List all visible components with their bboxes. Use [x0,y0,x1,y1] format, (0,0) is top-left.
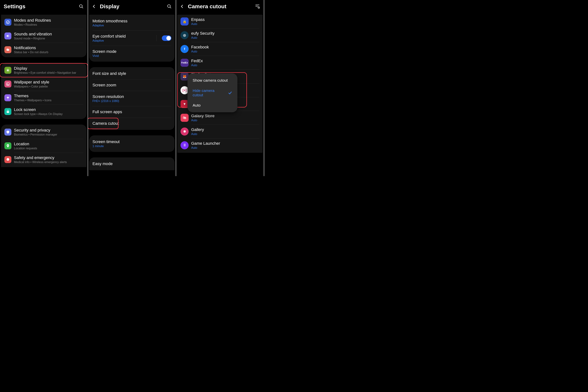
svg-line-12 [7,71,7,72]
back-icon[interactable] [92,4,96,9]
settings-item-sounds-and-vibration[interactable]: Sounds and vibrationSound mode • Rington… [1,29,86,43]
app-item-galaxy-store[interactable]: 🛍Galaxy StoreAuto [177,111,263,124]
display-item-camera-cutout[interactable]: Camera cutout [89,118,175,129]
app-status: Auto [191,146,260,150]
item-title: Easy mode [92,162,171,166]
display-item-screen-resolution[interactable]: Screen resolutionFHD+ (2316 x 1080) [89,91,175,106]
themes-icon [4,94,11,101]
app-item-gallery[interactable]: ✱GalleryAuto [177,125,263,138]
popup-option-hide-camera-cutout[interactable]: Hide camera cutout [188,86,238,100]
item-title: Screen timeout [92,140,171,144]
settings-item-display[interactable]: DisplayBrightness • Eye comfort shield •… [1,64,86,77]
sound-icon [4,32,11,40]
app-item-facebook[interactable]: fFacebookAuto [177,42,263,56]
display-item-screen-mode[interactable]: Screen modeVivid [89,46,175,61]
item-title: Screen resolution [92,94,171,99]
svg-rect-17 [7,111,9,113]
settings-item-wallpaper-and-style[interactable]: Wallpaper and styleWallpapers • Color pa… [1,77,86,91]
privacy-icon [4,128,11,136]
app-item-enpass[interactable]: 🔒EnpassAuto [177,15,263,28]
display-item-motion-smoothness[interactable]: Motion smoothnessAdaptive [89,16,175,30]
item-subtitle: Status bar • Do not disturb [14,51,83,54]
search-icon[interactable] [78,4,84,9]
display-item-full-screen-apps[interactable]: Full screen apps [89,106,175,118]
lock-icon [4,108,11,115]
svg-point-21 [168,4,170,7]
back-icon[interactable] [180,4,184,9]
svg-point-25 [258,7,260,8]
svg-point-15 [7,83,8,84]
item-subtitle: Screen lock type • Always On Display [14,112,83,116]
svg-rect-20 [8,160,8,160]
page-title: Settings [4,3,75,10]
app-name: Game Launcher [191,141,260,146]
item-subtitle: Modes • Routines [14,23,83,26]
item-title: Notifications [14,46,83,50]
settings-item-notifications[interactable]: NotificationsStatus bar • Do not disturb [1,43,86,56]
item-title: Camera cutout [92,121,171,126]
popup-option-show-camera-cutout[interactable]: Show camera cutout [188,75,238,86]
location-icon [4,142,11,149]
app-name: Gallery [191,127,260,132]
item-subtitle: Wallpapers • Color palette [14,85,83,88]
notify-icon [4,46,11,53]
page-title: Camera cutout [188,3,251,10]
settings-item-security-and-privacy[interactable]: Security and privacyBiometrics • Permiss… [1,125,86,139]
svg-line-26 [259,8,260,8]
app-item-game-launcher[interactable]: ⠿Game LauncherAuto [177,138,263,152]
settings-item-location[interactable]: LocationLocation requests [1,139,86,152]
settings-item-modes-and-routines[interactable]: Modes and RoutinesModes • Routines [1,16,86,29]
display-icon [4,67,11,74]
settings-header: Settings [0,0,88,15]
item-title: Location [14,142,83,146]
app-item-eufy-security[interactable]: ◎eufy SecurityAuto [177,28,263,42]
app-icon: FedEx [180,59,188,67]
app-icon: ⠿ [180,141,188,149]
item-title: Display [14,66,83,71]
item-value: FHD+ (2316 x 1080) [92,100,171,103]
display-panel: Display Motion smoothnessAdaptiveEye com… [88,0,176,176]
item-title: Lock screen [14,107,83,112]
popup-option-auto[interactable]: Auto [188,100,238,110]
filter-search-icon[interactable] [255,4,260,9]
display-item-font-size-and-style[interactable]: Font size and style [89,68,175,79]
popup-option-label: Auto [193,103,232,108]
item-title: Wallpaper and style [14,80,83,84]
svg-rect-16 [8,98,8,99]
cutout-popup: Show camera cutoutHide camera cutoutAuto [188,73,238,112]
display-item-easy-mode[interactable]: Easy mode [89,158,175,170]
item-title: Themes [14,94,83,98]
settings-panel: Settings Modes and RoutinesModes • Routi… [0,0,88,176]
page-title: Display [100,3,163,10]
item-title: Full screen apps [92,110,171,114]
app-name: FedEx [191,58,260,63]
item-title: Modes and Routines [14,18,83,23]
svg-point-4 [8,48,10,50]
svg-line-22 [170,7,171,8]
app-item-fedex[interactable]: FedExFedExAuto [177,56,263,70]
app-status: Auto [191,50,260,53]
item-value: Vivid [92,54,171,58]
app-name: Galaxy Store [191,114,260,118]
svg-point-5 [7,69,8,71]
settings-item-safety-and-emergency[interactable]: Safety and emergencyMedical info • Wirel… [1,153,86,166]
popup-option-label: Hide camera cutout [193,88,224,97]
app-name: eufy Security [191,31,260,36]
toggle-switch[interactable] [162,36,171,41]
item-value: Adaptive [92,24,171,27]
display-item-eye-comfort-shield[interactable]: Eye comfort shieldAdaptive [89,31,175,46]
display-item-screen-timeout[interactable]: Screen timeout1 minute [89,136,175,151]
app-status: Auto [191,119,260,122]
settings-item-themes[interactable]: ThemesThemes • Wallpapers • Icons [1,91,86,104]
app-name: Facebook [191,45,260,50]
item-title: Safety and emergency [14,155,83,160]
item-title: Eye comfort shield [92,34,151,39]
display-item-screen-zoom[interactable]: Screen zoom [89,80,175,91]
item-title: Font size and style [92,71,171,76]
wallpaper-icon [4,80,11,88]
search-icon[interactable] [166,4,172,9]
svg-point-0 [80,4,82,7]
svg-point-18 [8,145,8,146]
svg-line-13 [9,69,9,70]
settings-item-lock-screen[interactable]: Lock screenScreen lock type • Always On … [1,105,86,118]
